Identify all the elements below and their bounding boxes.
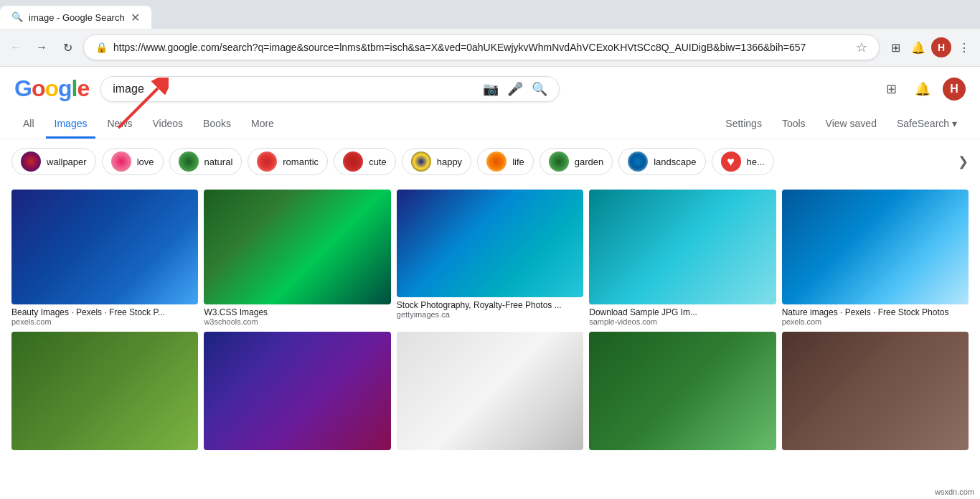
search-input[interactable]: [113, 83, 474, 95]
tab-bar: 🔍 image - Google Search ✕: [0, 0, 980, 29]
voice-search-button[interactable]: 🎤: [507, 81, 523, 97]
image-item-5[interactable]: [11, 332, 198, 450]
filter-chip-life[interactable]: life: [477, 148, 534, 175]
image-statue: [11, 332, 198, 450]
camera-search-button[interactable]: 📷: [483, 81, 499, 97]
google-logo: Google: [14, 75, 89, 102]
filter-chip-romantic[interactable]: romantic: [248, 148, 328, 175]
nav-books[interactable]: Books: [194, 111, 240, 139]
filter-chip-heart[interactable]: ♥ he...: [712, 148, 774, 175]
notification-button[interactable]: 🔔: [908, 37, 928, 57]
google-page: Google 📷 🎤 🔍 ⊞ 🔔 H: [0, 67, 980, 499]
search-box[interactable]: 📷 🎤 🔍: [100, 76, 560, 102]
image-caption-3: Download Sample JPG Im...: [589, 307, 776, 317]
image-blue-rose: [11, 190, 198, 304]
image-item-2[interactable]: Stock Photography, Royalty-Free Photos .…: [397, 190, 583, 319]
address-bar-row: ← → ↻ 🔒 ☆ ⊞ 🔔 H ⋮: [0, 29, 980, 66]
chip-image-wallpaper: [21, 151, 41, 172]
tab-title: image - Google Search: [29, 12, 125, 23]
chip-image-romantic: [257, 151, 277, 172]
filter-chip-love[interactable]: love: [102, 148, 164, 175]
search-icons: 📷 🎤 🔍: [483, 81, 547, 97]
url-input[interactable]: [113, 42, 850, 53]
image-beach: [782, 190, 969, 304]
tab-close-button[interactable]: ✕: [131, 11, 140, 24]
logo-e: e: [77, 75, 89, 101]
image-item-7[interactable]: [397, 332, 583, 450]
apps-button[interactable]: ⊞: [880, 78, 903, 101]
browser-actions: ⊞ 🔔 H ⋮: [885, 37, 974, 57]
chip-label-landscape: landscape: [654, 157, 696, 167]
chip-label-romantic: romantic: [283, 157, 319, 167]
header-right: ⊞ 🔔 H: [880, 78, 966, 101]
chip-image-life: [486, 151, 507, 172]
nav-news[interactable]: News: [98, 111, 141, 139]
nav-settings[interactable]: Settings: [717, 111, 771, 139]
image-source-1: w3schools.com: [204, 317, 390, 326]
image-birds: [397, 190, 583, 297]
browser-menu-button[interactable]: ⋮: [954, 37, 974, 57]
notification-bell-button[interactable]: 🔔: [911, 78, 934, 101]
filter-chip-happy[interactable]: happy: [402, 148, 471, 175]
image-item-0[interactable]: Beauty Images · Pexels · Free Stock P...…: [11, 190, 198, 326]
address-bar[interactable]: 🔒 ☆: [83, 34, 880, 60]
address-bar-icons: ☆: [856, 39, 867, 55]
google-nav: All Images News Videos Books More Settin…: [0, 111, 980, 139]
chip-image-garden: [549, 151, 569, 172]
back-button[interactable]: ←: [6, 37, 26, 57]
image-source-2: gettyimages.ca: [397, 310, 583, 319]
image-caption-0: Beauty Images · Pexels · Free Stock P...: [11, 307, 198, 317]
lock-icon: 🔒: [95, 42, 108, 53]
image-item-9[interactable]: [782, 332, 969, 450]
nav-images[interactable]: Images: [46, 111, 96, 139]
image-item-8[interactable]: [589, 332, 776, 450]
filter-chip-garden[interactable]: garden: [540, 148, 613, 175]
image-caption-1: W3.CSS Images: [204, 307, 390, 317]
browser-profile-button[interactable]: H: [931, 37, 951, 57]
profile-button[interactable]: H: [943, 78, 966, 101]
image-item-3[interactable]: Download Sample JPG Im... sample-videos.…: [589, 190, 776, 326]
image-item-4[interactable]: Nature images · Pexels · Free Stock Phot…: [782, 190, 969, 326]
chip-image-love: [111, 151, 131, 172]
chip-label-life: life: [512, 157, 524, 167]
active-tab[interactable]: 🔍 image - Google Search ✕: [0, 6, 151, 29]
image-cat: [397, 332, 583, 450]
nav-more[interactable]: More: [242, 111, 283, 139]
tab-favicon: 🔍: [11, 11, 23, 23]
forward-button[interactable]: →: [32, 37, 52, 57]
chip-label-natural: natural: [204, 157, 233, 167]
filter-chip-cute[interactable]: cute: [334, 148, 396, 175]
image-item-6[interactable]: [204, 332, 390, 450]
image-forest: [589, 332, 776, 450]
image-caption-2: Stock Photography, Royalty-Free Photos .…: [397, 300, 583, 310]
filter-chip-natural[interactable]: natural: [169, 148, 242, 175]
chip-label-wallpaper: wallpaper: [47, 157, 87, 167]
filter-chip-wallpaper[interactable]: wallpaper: [11, 148, 96, 175]
star-icon[interactable]: ☆: [856, 39, 867, 55]
image-caption-4: Nature images · Pexels · Free Stock Phot…: [782, 307, 969, 317]
filter-chip-landscape[interactable]: landscape: [618, 148, 705, 175]
nav-videos[interactable]: Videos: [144, 111, 192, 139]
chip-label-garden: garden: [575, 157, 603, 167]
chip-image-heart: ♥: [721, 151, 741, 172]
nav-tools[interactable]: Tools: [773, 111, 814, 139]
reload-button[interactable]: ↻: [57, 37, 77, 57]
logo-o1: o: [32, 75, 45, 101]
nav-right: Settings Tools View saved SafeSearch ▾: [717, 111, 966, 139]
image-item-1[interactable]: W3.CSS Images w3schools.com: [204, 190, 390, 326]
search-button[interactable]: 🔍: [532, 81, 547, 97]
nav-all[interactable]: All: [14, 111, 43, 139]
chip-label-happy: happy: [437, 157, 462, 167]
nav-safe-search[interactable]: SafeSearch ▾: [888, 111, 966, 139]
filter-next-button[interactable]: ❯: [958, 154, 969, 169]
image-valley: [204, 332, 390, 450]
nav-view-saved[interactable]: View saved: [817, 111, 885, 139]
extensions-button[interactable]: ⊞: [885, 37, 905, 57]
watermark: wsxdn.com: [935, 488, 974, 496]
chip-image-happy: [411, 151, 431, 172]
chip-image-natural: [179, 151, 199, 172]
image-row-2: [11, 332, 969, 450]
chip-label-cute: cute: [369, 157, 387, 167]
logo-g2: g: [58, 75, 72, 101]
chip-label-love: love: [137, 157, 154, 167]
